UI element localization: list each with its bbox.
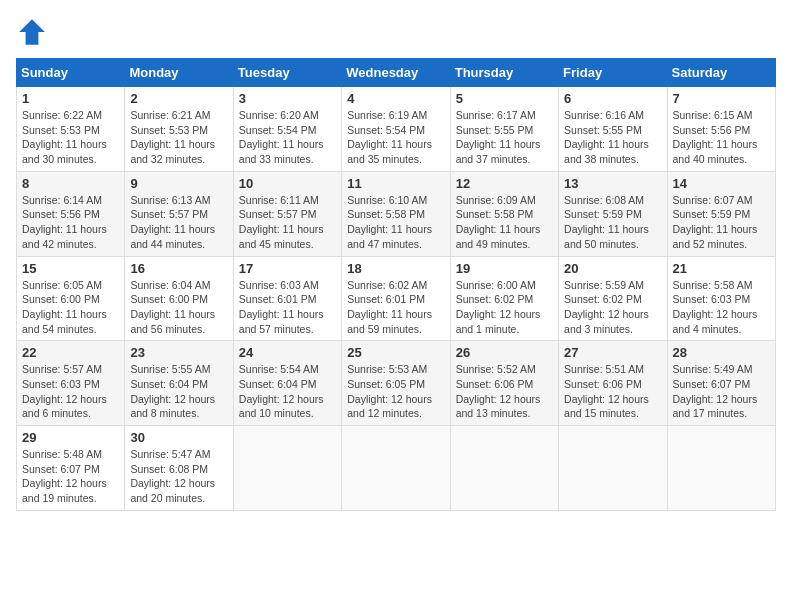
calendar-cell: 24Sunrise: 5:54 AM Sunset: 6:04 PM Dayli… — [233, 341, 341, 426]
day-header-wednesday: Wednesday — [342, 59, 450, 87]
day-info: Sunrise: 5:47 AM Sunset: 6:08 PM Dayligh… — [130, 447, 227, 506]
day-info: Sunrise: 6:13 AM Sunset: 5:57 PM Dayligh… — [130, 193, 227, 252]
calendar-cell: 12Sunrise: 6:09 AM Sunset: 5:58 PM Dayli… — [450, 171, 558, 256]
day-number: 11 — [347, 176, 444, 191]
day-info: Sunrise: 6:16 AM Sunset: 5:55 PM Dayligh… — [564, 108, 661, 167]
day-info: Sunrise: 6:08 AM Sunset: 5:59 PM Dayligh… — [564, 193, 661, 252]
calendar-cell — [667, 426, 775, 511]
day-info: Sunrise: 5:59 AM Sunset: 6:02 PM Dayligh… — [564, 278, 661, 337]
calendar-week-3: 15Sunrise: 6:05 AM Sunset: 6:00 PM Dayli… — [17, 256, 776, 341]
calendar-cell: 22Sunrise: 5:57 AM Sunset: 6:03 PM Dayli… — [17, 341, 125, 426]
calendar-cell: 26Sunrise: 5:52 AM Sunset: 6:06 PM Dayli… — [450, 341, 558, 426]
day-number: 25 — [347, 345, 444, 360]
day-info: Sunrise: 6:11 AM Sunset: 5:57 PM Dayligh… — [239, 193, 336, 252]
day-number: 3 — [239, 91, 336, 106]
calendar-cell: 9Sunrise: 6:13 AM Sunset: 5:57 PM Daylig… — [125, 171, 233, 256]
calendar-cell: 5Sunrise: 6:17 AM Sunset: 5:55 PM Daylig… — [450, 87, 558, 172]
calendar-week-1: 1Sunrise: 6:22 AM Sunset: 5:53 PM Daylig… — [17, 87, 776, 172]
day-number: 16 — [130, 261, 227, 276]
calendar-cell: 16Sunrise: 6:04 AM Sunset: 6:00 PM Dayli… — [125, 256, 233, 341]
day-info: Sunrise: 6:10 AM Sunset: 5:58 PM Dayligh… — [347, 193, 444, 252]
day-number: 13 — [564, 176, 661, 191]
day-info: Sunrise: 5:52 AM Sunset: 6:06 PM Dayligh… — [456, 362, 553, 421]
day-info: Sunrise: 5:55 AM Sunset: 6:04 PM Dayligh… — [130, 362, 227, 421]
day-info: Sunrise: 6:03 AM Sunset: 6:01 PM Dayligh… — [239, 278, 336, 337]
calendar-cell: 29Sunrise: 5:48 AM Sunset: 6:07 PM Dayli… — [17, 426, 125, 511]
calendar-header-row: SundayMondayTuesdayWednesdayThursdayFrid… — [17, 59, 776, 87]
day-number: 20 — [564, 261, 661, 276]
calendar-cell: 7Sunrise: 6:15 AM Sunset: 5:56 PM Daylig… — [667, 87, 775, 172]
calendar-cell: 25Sunrise: 5:53 AM Sunset: 6:05 PM Dayli… — [342, 341, 450, 426]
day-number: 12 — [456, 176, 553, 191]
day-number: 9 — [130, 176, 227, 191]
day-info: Sunrise: 6:17 AM Sunset: 5:55 PM Dayligh… — [456, 108, 553, 167]
day-info: Sunrise: 6:00 AM Sunset: 6:02 PM Dayligh… — [456, 278, 553, 337]
day-number: 1 — [22, 91, 119, 106]
svg-marker-0 — [19, 19, 45, 45]
day-header-saturday: Saturday — [667, 59, 775, 87]
day-number: 8 — [22, 176, 119, 191]
calendar-week-4: 22Sunrise: 5:57 AM Sunset: 6:03 PM Dayli… — [17, 341, 776, 426]
day-number: 21 — [673, 261, 770, 276]
day-number: 18 — [347, 261, 444, 276]
logo-icon — [16, 16, 48, 48]
day-header-thursday: Thursday — [450, 59, 558, 87]
day-header-friday: Friday — [559, 59, 667, 87]
calendar-cell: 3Sunrise: 6:20 AM Sunset: 5:54 PM Daylig… — [233, 87, 341, 172]
day-number: 19 — [456, 261, 553, 276]
calendar-cell: 18Sunrise: 6:02 AM Sunset: 6:01 PM Dayli… — [342, 256, 450, 341]
day-info: Sunrise: 6:22 AM Sunset: 5:53 PM Dayligh… — [22, 108, 119, 167]
day-info: Sunrise: 6:04 AM Sunset: 6:00 PM Dayligh… — [130, 278, 227, 337]
calendar-cell: 15Sunrise: 6:05 AM Sunset: 6:00 PM Dayli… — [17, 256, 125, 341]
day-number: 23 — [130, 345, 227, 360]
calendar-cell: 19Sunrise: 6:00 AM Sunset: 6:02 PM Dayli… — [450, 256, 558, 341]
day-info: Sunrise: 5:57 AM Sunset: 6:03 PM Dayligh… — [22, 362, 119, 421]
logo — [16, 16, 52, 48]
day-number: 7 — [673, 91, 770, 106]
day-number: 28 — [673, 345, 770, 360]
calendar-cell — [450, 426, 558, 511]
day-number: 24 — [239, 345, 336, 360]
day-info: Sunrise: 6:09 AM Sunset: 5:58 PM Dayligh… — [456, 193, 553, 252]
calendar-cell: 8Sunrise: 6:14 AM Sunset: 5:56 PM Daylig… — [17, 171, 125, 256]
calendar-cell: 27Sunrise: 5:51 AM Sunset: 6:06 PM Dayli… — [559, 341, 667, 426]
calendar-cell: 10Sunrise: 6:11 AM Sunset: 5:57 PM Dayli… — [233, 171, 341, 256]
day-number: 29 — [22, 430, 119, 445]
day-info: Sunrise: 6:14 AM Sunset: 5:56 PM Dayligh… — [22, 193, 119, 252]
day-number: 5 — [456, 91, 553, 106]
day-info: Sunrise: 6:21 AM Sunset: 5:53 PM Dayligh… — [130, 108, 227, 167]
day-number: 4 — [347, 91, 444, 106]
calendar-cell — [559, 426, 667, 511]
day-number: 15 — [22, 261, 119, 276]
day-info: Sunrise: 5:53 AM Sunset: 6:05 PM Dayligh… — [347, 362, 444, 421]
calendar: SundayMondayTuesdayWednesdayThursdayFrid… — [16, 58, 776, 511]
day-number: 14 — [673, 176, 770, 191]
calendar-cell: 13Sunrise: 6:08 AM Sunset: 5:59 PM Dayli… — [559, 171, 667, 256]
calendar-cell: 21Sunrise: 5:58 AM Sunset: 6:03 PM Dayli… — [667, 256, 775, 341]
calendar-cell: 20Sunrise: 5:59 AM Sunset: 6:02 PM Dayli… — [559, 256, 667, 341]
calendar-cell: 17Sunrise: 6:03 AM Sunset: 6:01 PM Dayli… — [233, 256, 341, 341]
calendar-cell: 23Sunrise: 5:55 AM Sunset: 6:04 PM Dayli… — [125, 341, 233, 426]
day-header-monday: Monday — [125, 59, 233, 87]
day-info: Sunrise: 5:51 AM Sunset: 6:06 PM Dayligh… — [564, 362, 661, 421]
day-number: 2 — [130, 91, 227, 106]
day-info: Sunrise: 6:19 AM Sunset: 5:54 PM Dayligh… — [347, 108, 444, 167]
day-info: Sunrise: 5:58 AM Sunset: 6:03 PM Dayligh… — [673, 278, 770, 337]
day-header-sunday: Sunday — [17, 59, 125, 87]
calendar-cell: 28Sunrise: 5:49 AM Sunset: 6:07 PM Dayli… — [667, 341, 775, 426]
day-info: Sunrise: 6:07 AM Sunset: 5:59 PM Dayligh… — [673, 193, 770, 252]
calendar-cell: 6Sunrise: 6:16 AM Sunset: 5:55 PM Daylig… — [559, 87, 667, 172]
day-number: 10 — [239, 176, 336, 191]
calendar-cell: 14Sunrise: 6:07 AM Sunset: 5:59 PM Dayli… — [667, 171, 775, 256]
day-info: Sunrise: 6:15 AM Sunset: 5:56 PM Dayligh… — [673, 108, 770, 167]
day-number: 27 — [564, 345, 661, 360]
calendar-week-2: 8Sunrise: 6:14 AM Sunset: 5:56 PM Daylig… — [17, 171, 776, 256]
day-info: Sunrise: 5:48 AM Sunset: 6:07 PM Dayligh… — [22, 447, 119, 506]
calendar-cell — [233, 426, 341, 511]
calendar-cell: 11Sunrise: 6:10 AM Sunset: 5:58 PM Dayli… — [342, 171, 450, 256]
day-info: Sunrise: 5:49 AM Sunset: 6:07 PM Dayligh… — [673, 362, 770, 421]
day-number: 30 — [130, 430, 227, 445]
calendar-cell: 4Sunrise: 6:19 AM Sunset: 5:54 PM Daylig… — [342, 87, 450, 172]
day-info: Sunrise: 6:02 AM Sunset: 6:01 PM Dayligh… — [347, 278, 444, 337]
calendar-cell: 30Sunrise: 5:47 AM Sunset: 6:08 PM Dayli… — [125, 426, 233, 511]
